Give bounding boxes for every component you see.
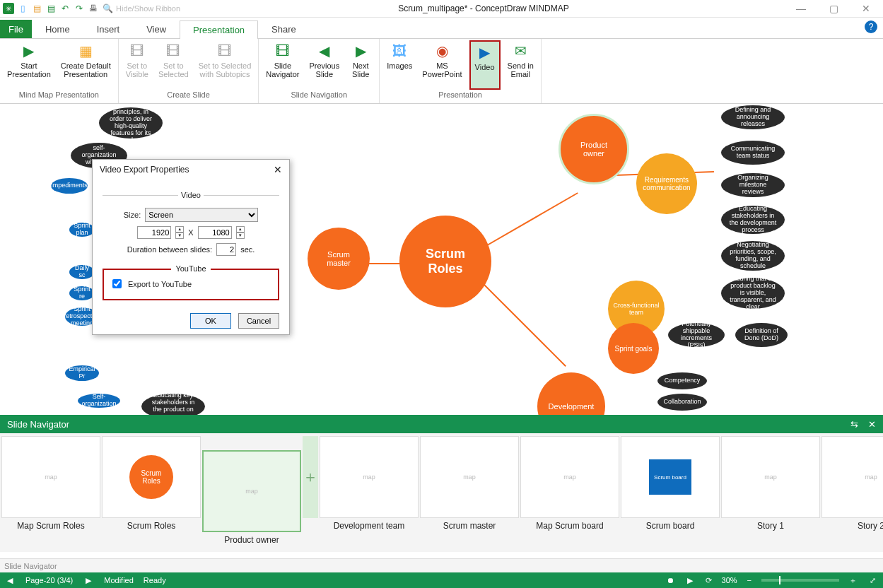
dialog-title: Video Export Properties — [100, 165, 189, 175]
new-icon[interactable]: ▯ — [17, 3, 28, 14]
export-youtube-checkbox[interactable] — [112, 279, 122, 288]
slide-thumb-0[interactable]: mapMap Scrum Roles — [1, 436, 100, 541]
leaf-collaboration[interactable]: Collaboration — [657, 394, 707, 411]
fit-page-icon[interactable]: ⤢ — [867, 576, 879, 585]
width-spinner[interactable]: ▲▼ — [175, 226, 184, 239]
node-sprint-goals[interactable]: Sprint goals — [608, 323, 659, 374]
powerpoint-icon: ◉ — [431, 42, 453, 60]
minimize-button[interactable]: — — [787, 0, 815, 17]
size-select[interactable]: Screen — [145, 208, 258, 222]
page-indicator[interactable]: Page-20 (3/4) — [25, 576, 73, 584]
height-spinner[interactable]: ▲▼ — [236, 226, 245, 239]
prev-icon: ◀ — [313, 42, 336, 60]
width-input[interactable] — [137, 226, 171, 239]
zoom-slider[interactable] — [761, 579, 839, 582]
redo-icon[interactable]: ↷ — [74, 3, 85, 14]
menu-tabs: File Home Insert View Presentation Share… — [0, 18, 883, 39]
node-scrum-roles[interactable]: Scrum Roles — [399, 216, 491, 307]
window-title: Scrum_multipage* - ConceptDraw MINDMAP — [180, 4, 787, 13]
close-button[interactable]: ✕ — [852, 0, 880, 17]
previous-slide-button[interactable]: ◀Previous Slide — [306, 40, 342, 90]
zoom-out-icon[interactable]: − — [744, 576, 754, 584]
slide-thumb-2[interactable]: ▶ 📷 ✕ mapProduct owner — [202, 450, 301, 552]
tab-home[interactable]: Home — [32, 20, 83, 38]
send-in-email-button[interactable]: ✉Send in Email — [505, 40, 537, 90]
open-icon[interactable]: ▤ — [31, 3, 42, 14]
hide-ribbon-toggle[interactable]: Hide/Show Ribbon — [116, 3, 180, 14]
slide-thumb-5[interactable]: mapMap Scrum board — [520, 436, 619, 541]
leaf-dod[interactable]: Definition of Done (DoD) — [735, 323, 788, 347]
group-mindmap-presentation: ▶ Start Presentation ▦ Create Default Pr… — [0, 39, 119, 103]
leaf-milestone-reviews[interactable]: Organizing milestone reviews — [721, 173, 785, 197]
preview-icon[interactable]: 🔍 — [102, 3, 113, 14]
slide-thumb-4[interactable]: mapScrum master — [420, 436, 519, 541]
tab-share[interactable]: Share — [258, 20, 310, 38]
slide-thumb-6[interactable]: Scrum boardScrum board — [621, 436, 720, 541]
dialog-close-icon[interactable]: ✕ — [274, 164, 282, 175]
leaf-negotiating-priorities[interactable]: Negotiating priorities, scope, funding, … — [721, 241, 785, 271]
leaf-psis[interactable]: Potentially shippable increments (PSIs) — [668, 323, 725, 347]
leaf-sprint-review[interactable]: Sprint re — [69, 286, 95, 300]
next-slide-button[interactable]: ▶Next Slide — [346, 40, 375, 90]
maximize-button[interactable]: ▢ — [819, 0, 848, 17]
add-slide-button[interactable]: ＋ — [303, 436, 318, 518]
images-button[interactable]: 🖼Images — [384, 40, 415, 90]
slide-thumb-1[interactable]: Scrum Roles Scrum Roles — [102, 436, 201, 541]
leaf-educating-stakeholders[interactable]: Educating stakeholders in the developmen… — [721, 206, 785, 234]
help-icon[interactable]: ? — [865, 20, 877, 33]
set-to-visible-button[interactable]: 🎞Set to Visible — [123, 40, 151, 90]
quick-access-toolbar: ✳ ▯ ▤ ▤ ↶ ↷ 🖶 🔍 Hide/Show Ribbon — [3, 3, 180, 14]
sec-label: sec. — [240, 245, 255, 254]
leaf-educating-key-stakeholders[interactable]: Educating key stakeholders in the produc… — [141, 394, 205, 415]
node-development[interactable]: Development — [537, 372, 605, 415]
next-page-icon[interactable]: ▶ — [83, 576, 94, 585]
status-ready: Ready — [144, 576, 166, 584]
duration-input[interactable] — [216, 243, 236, 256]
prev-page-icon[interactable]: ◀ — [4, 576, 16, 585]
leaf-scrum-principles[interactable]: the scrum principles, in order to delive… — [99, 107, 163, 139]
record-icon[interactable]: ⏺ — [664, 576, 677, 584]
node-scrum-master[interactable]: Scrum master — [308, 228, 370, 290]
undo-icon[interactable]: ↶ — [59, 3, 71, 14]
slide-thumb-8[interactable]: mapStory 2 — [821, 436, 883, 541]
leaf-daily-scrum[interactable]: Daily sc — [69, 265, 95, 279]
leaf-impediments[interactable]: Impediments — [51, 178, 88, 194]
slide-navigator-title: Slide Navigator — [7, 419, 69, 430]
slide-navigator-button[interactable]: 🎞Slide Navigator — [263, 40, 302, 90]
leaf-competency[interactable]: Competency — [657, 372, 707, 389]
refresh-icon[interactable]: ⟳ — [703, 576, 715, 585]
play-status-icon[interactable]: ▶ — [684, 576, 696, 585]
leaf-sprint-plan[interactable]: Sprint plan — [69, 223, 95, 237]
play-icon: ▶ — [18, 42, 40, 60]
slide-navigator[interactable]: mapMap Scrum Roles Scrum Roles Scrum Rol… — [0, 433, 883, 552]
pin-icon[interactable]: ⇆ — [850, 419, 858, 430]
slides-icon: ▦ — [74, 42, 97, 60]
height-input[interactable] — [198, 226, 232, 239]
leaf-team-status[interactable]: Communicating team status — [721, 141, 785, 165]
print-icon[interactable]: 🖶 — [88, 3, 99, 14]
node-product-owner[interactable]: Product owner — [559, 114, 629, 184]
panel-close-icon[interactable]: ✕ — [868, 419, 876, 430]
video-export-button[interactable]: ▶Video — [469, 40, 501, 90]
node-requirements-communication[interactable]: Requirements communication — [636, 153, 697, 214]
youtube-fieldset: YouTube Export to YouTube — [103, 269, 279, 300]
leaf-backlog-visible[interactable]: Ensuring that the product backlog is vis… — [721, 278, 785, 309]
slide-thumb-3[interactable]: mapDevelopment team — [320, 436, 419, 541]
email-icon: ✉ — [509, 42, 532, 60]
create-default-presentation-button[interactable]: ▦ Create Default Presentation — [58, 40, 114, 90]
tab-presentation[interactable]: Presentation — [180, 20, 258, 39]
start-presentation-button[interactable]: ▶ Start Presentation — [4, 40, 54, 90]
tab-insert[interactable]: Insert — [83, 20, 134, 38]
leaf-defining-releases[interactable]: Defining and announcing releases — [721, 105, 785, 129]
tab-file[interactable]: File — [0, 20, 32, 38]
tab-view[interactable]: View — [133, 20, 180, 38]
save-icon[interactable]: ▤ — [45, 3, 57, 14]
zoom-in-icon[interactable]: ＋ — [846, 575, 860, 586]
cancel-button[interactable]: Cancel — [238, 313, 279, 329]
ms-powerpoint-button[interactable]: ◉MS PowerPoint — [419, 40, 464, 90]
leaf-empirical[interactable]: Empirical Pr — [65, 365, 99, 381]
leaf-self-organization[interactable]: Self-organization — [78, 394, 120, 408]
status-bar: ◀ Page-20 (3/4) ▶ Modified Ready ⏺ ▶ ⟳ 3… — [0, 572, 883, 588]
ok-button[interactable]: OK — [190, 313, 231, 329]
slide-thumb-7[interactable]: mapStory 1 — [721, 436, 820, 541]
